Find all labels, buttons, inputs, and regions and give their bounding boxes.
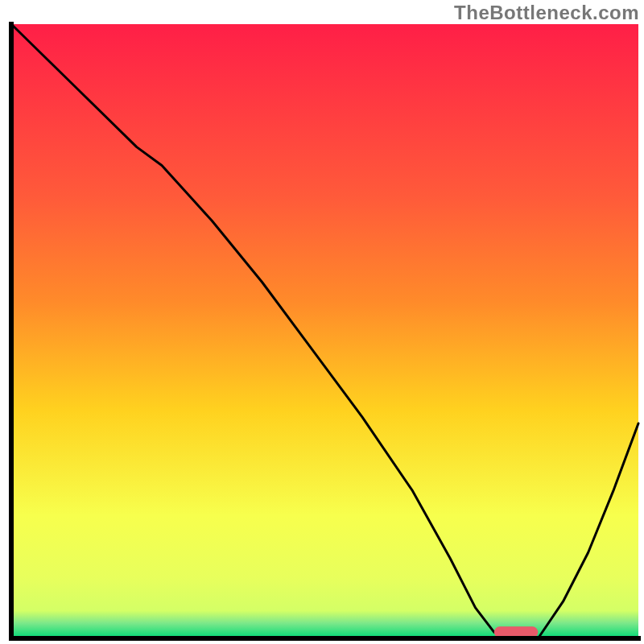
chart-container: TheBottleneck.com <box>0 0 644 644</box>
bottleneck-chart <box>0 0 644 644</box>
watermark-text: TheBottleneck.com <box>454 2 639 24</box>
